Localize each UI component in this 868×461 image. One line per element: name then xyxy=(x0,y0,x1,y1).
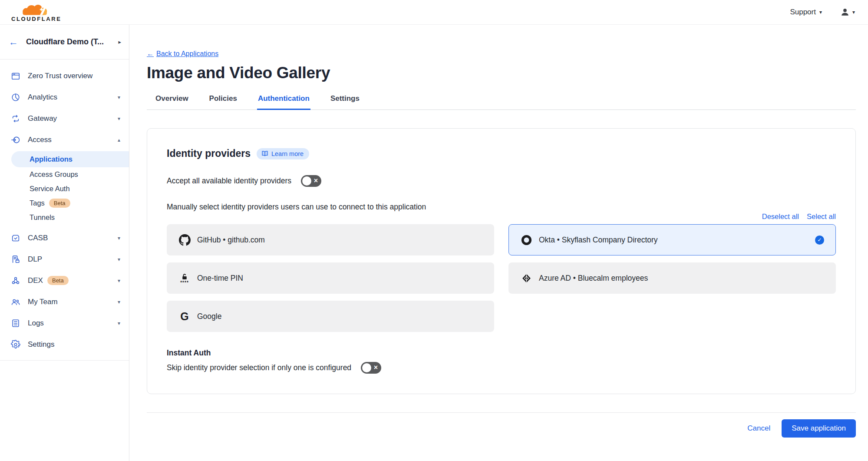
chevron-right-icon[interactable]: ▸ xyxy=(118,39,121,45)
instant-auth-title: Instant Auth xyxy=(167,348,836,358)
tab-overview[interactable]: Overview xyxy=(155,90,189,110)
learn-more-label: Learn more xyxy=(271,150,304,157)
accept-all-label: Accept all available identity providers xyxy=(167,176,291,186)
cloudflare-wordmark: CLOUDFLARE xyxy=(11,16,62,22)
sidebar-item-dex[interactable]: DEX Beta ▾ xyxy=(0,270,129,291)
sidebar-item-label: Analytics xyxy=(28,93,57,102)
sidebar-item-label: CASB xyxy=(28,234,48,242)
sub-item-label: Service Auth xyxy=(30,185,70,193)
chevron-down-icon[interactable]: ▾ xyxy=(118,235,120,241)
pie-chart-icon xyxy=(10,92,21,103)
instant-auth-toggle[interactable]: × xyxy=(361,362,381,374)
provider-card-azure-ad[interactable]: Azure AD • Bluecalm employees xyxy=(508,262,836,294)
footer-divider xyxy=(147,412,856,413)
provider-card-okta[interactable]: Okta • Skyflash Company Directory ✓ xyxy=(508,224,836,255)
provider-card-one-time-pin[interactable]: **** One-time PIN xyxy=(167,262,494,294)
chevron-down-icon: ▾ xyxy=(852,9,855,15)
back-arrow-icon[interactable]: ← xyxy=(9,37,18,47)
toggle-knob xyxy=(362,363,371,372)
support-label: Support xyxy=(790,8,816,17)
card-title: Identity providers xyxy=(167,148,251,159)
save-application-button[interactable]: Save application xyxy=(782,419,856,438)
access-subnav: Applications Access Groups Service Auth … xyxy=(0,151,129,225)
tab-authentication[interactable]: Authentication xyxy=(257,90,310,110)
provider-card-github[interactable]: GitHub • github.com xyxy=(167,224,494,255)
sidebar-item-casb[interactable]: CASB ▾ xyxy=(0,227,129,249)
identity-providers-card: Identity providers Learn more Accept all… xyxy=(147,128,856,394)
gateway-icon xyxy=(10,113,21,124)
chevron-down-icon[interactable]: ▾ xyxy=(118,94,120,100)
back-link-label: Back to Applications xyxy=(156,50,218,58)
sidebar-item-tags[interactable]: Tags Beta xyxy=(0,196,129,210)
deselect-all-link[interactable]: Deselect all xyxy=(762,212,799,221)
accept-all-toggle[interactable]: × xyxy=(301,175,321,187)
provider-grid: GitHub • github.com Okta • Skyflash Comp… xyxy=(167,224,836,332)
people-icon xyxy=(10,297,21,307)
main-content: ← Back to Applications Image and Video G… xyxy=(129,25,868,461)
chevron-down-icon[interactable]: ▾ xyxy=(118,278,120,284)
sidebar-item-zero-trust-overview[interactable]: Zero Trust overview xyxy=(0,65,129,86)
sidebar-item-label: DEX xyxy=(28,276,43,285)
sidebar-item-label: Settings xyxy=(28,340,54,349)
sidebar-item-label: Gateway xyxy=(28,114,57,123)
list-document-icon xyxy=(10,318,21,328)
manual-select-label: Manually select identity providers users… xyxy=(167,202,836,212)
provider-name: Google xyxy=(197,312,221,321)
chevron-up-icon[interactable]: ▴ xyxy=(118,137,120,143)
github-icon xyxy=(178,234,191,246)
sidebar-item-service-auth[interactable]: Service Auth xyxy=(0,182,129,196)
sidebar-nav: Zero Trust overview Analytics ▾ Gateway xyxy=(0,60,129,361)
sub-item-label: Tunnels xyxy=(30,213,55,222)
casb-box-check-icon xyxy=(10,233,21,243)
toggle-off-x-icon: × xyxy=(374,364,378,371)
sidebar-item-dlp[interactable]: DLP ▾ xyxy=(0,249,129,270)
chevron-down-icon[interactable]: ▾ xyxy=(118,299,120,305)
provider-card-google[interactable]: G Google xyxy=(167,301,494,332)
sidebar-item-my-team[interactable]: My Team ▾ xyxy=(0,291,129,312)
beta-badge: Beta xyxy=(49,199,70,208)
sidebar-item-access[interactable]: Access ▴ xyxy=(0,129,129,150)
sidebar-item-access-groups[interactable]: Access Groups xyxy=(0,167,129,182)
sidebar-item-settings[interactable]: Settings xyxy=(0,334,129,355)
provider-name: Azure AD • Bluecalm employees xyxy=(539,274,648,283)
support-menu[interactable]: Support ▾ xyxy=(790,8,822,17)
top-bar: CLOUDFLARE Support ▾ ▾ xyxy=(0,0,868,25)
sidebar-item-applications[interactable]: Applications xyxy=(11,151,129,167)
learn-more-badge[interactable]: Learn more xyxy=(257,148,309,159)
select-all-link[interactable]: Select all xyxy=(807,212,836,221)
azure-ad-icon xyxy=(520,273,532,284)
tab-bar: Overview Policies Authentication Setting… xyxy=(147,90,856,110)
pin-asterisks: **** xyxy=(180,282,189,284)
sidebar-item-logs[interactable]: Logs ▾ xyxy=(0,312,129,334)
book-icon xyxy=(261,150,268,157)
one-time-pin-lock-icon: **** xyxy=(178,273,191,284)
chevron-down-icon[interactable]: ▾ xyxy=(118,320,120,326)
selected-check-icon: ✓ xyxy=(815,235,824,245)
user-menu[interactable]: ▾ xyxy=(840,7,855,17)
toggle-knob xyxy=(302,176,311,186)
sidebar-item-label: My Team xyxy=(28,298,58,306)
back-to-applications-link[interactable]: ← Back to Applications xyxy=(147,50,218,58)
sidebar-divider xyxy=(0,360,129,361)
sidebar-item-label: Zero Trust overview xyxy=(28,72,92,80)
account-switcher: ← Cloudflare Demo (T... ▸ xyxy=(0,25,129,60)
chevron-down-icon[interactable]: ▾ xyxy=(118,256,120,262)
footer-actions: Cancel Save application xyxy=(147,419,856,438)
sub-item-label: Access Groups xyxy=(30,170,78,179)
sidebar-item-analytics[interactable]: Analytics ▾ xyxy=(0,86,129,108)
sidebar-item-label: Access xyxy=(28,136,52,144)
access-login-icon xyxy=(10,135,21,145)
beta-badge: Beta xyxy=(47,276,69,285)
chevron-down-icon[interactable]: ▾ xyxy=(118,116,120,122)
tab-settings[interactable]: Settings xyxy=(330,90,360,110)
cancel-button[interactable]: Cancel xyxy=(747,424,770,433)
sidebar-item-gateway[interactable]: Gateway ▾ xyxy=(0,108,129,129)
cloudflare-cloud-icon xyxy=(17,3,56,17)
sub-item-label: Applications xyxy=(30,155,73,163)
sidebar-item-tunnels[interactable]: Tunnels xyxy=(0,210,129,225)
account-name[interactable]: Cloudflare Demo (T... xyxy=(26,37,104,46)
tab-policies[interactable]: Policies xyxy=(208,90,238,110)
sidebar-item-label: DLP xyxy=(28,255,42,264)
google-icon: G xyxy=(178,311,191,322)
gear-icon xyxy=(10,339,21,350)
